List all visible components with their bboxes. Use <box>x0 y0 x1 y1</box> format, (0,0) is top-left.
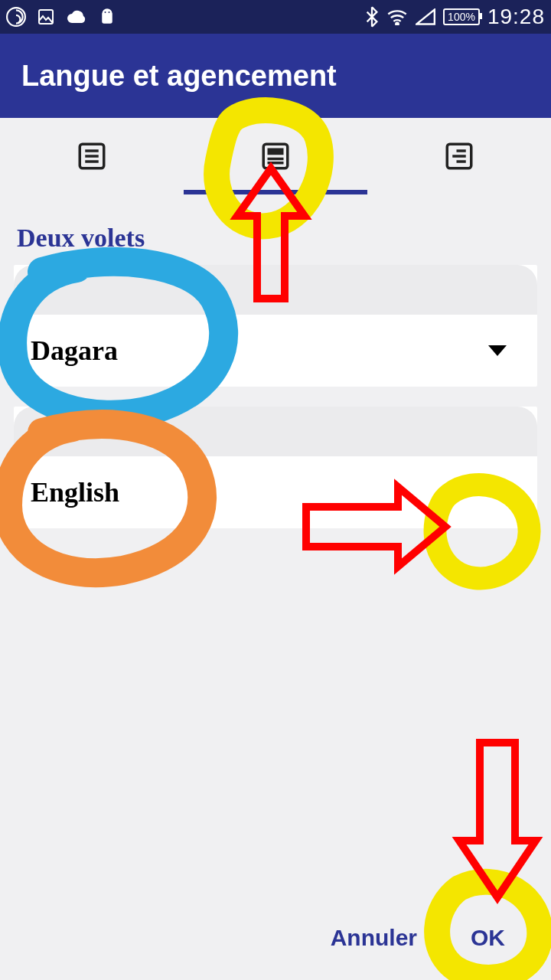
swirl-icon <box>6 7 26 27</box>
svg-rect-9 <box>263 144 288 168</box>
chevron-down-icon <box>488 487 507 498</box>
tab-indicator <box>184 190 367 194</box>
cloud-icon <box>66 9 87 24</box>
pane-2-block: 2 English <box>14 407 537 528</box>
signal-icon <box>416 8 435 25</box>
cancel-button[interactable]: Annuler <box>331 925 417 951</box>
svg-rect-10 <box>268 149 284 155</box>
svg-point-3 <box>109 11 110 13</box>
ok-button[interactable]: OK <box>471 925 505 951</box>
wifi-icon <box>386 8 408 25</box>
svg-point-2 <box>105 11 106 13</box>
pane-1-language-select[interactable]: Dagara <box>14 315 537 387</box>
tab-bar <box>0 118 551 194</box>
image-icon <box>37 8 55 26</box>
content-area: Deux volets 1 Dagara 2 English <box>0 194 551 564</box>
section-title: Deux volets <box>14 210 537 265</box>
status-bar: 100% 19:28 <box>0 0 551 34</box>
clock: 19:28 <box>487 5 545 29</box>
pane-2-language-select[interactable]: English <box>14 456 537 528</box>
verse-icon <box>443 140 475 172</box>
svg-point-4 <box>396 23 399 25</box>
two-panes-icon <box>259 140 292 172</box>
bluetooth-icon <box>365 6 379 28</box>
dialog-button-bar: Annuler OK <box>0 896 551 980</box>
pane-2-number: 2 <box>14 407 537 456</box>
tab-single-pane[interactable] <box>0 118 184 194</box>
page-title: Langue et agencement <box>21 60 337 93</box>
tab-verse-by-verse[interactable] <box>367 118 551 194</box>
android-icon <box>98 8 116 26</box>
pane-2-language-label: English <box>31 476 119 508</box>
app-bar: Langue et agencement <box>0 34 551 118</box>
battery-icon: 100% <box>443 8 480 25</box>
pane-1-language-label: Dagara <box>31 335 118 367</box>
pane-1-number: 1 <box>14 265 537 315</box>
pane-1-block: 1 Dagara <box>14 265 537 387</box>
tab-two-panes[interactable] <box>184 118 367 194</box>
chevron-down-icon <box>488 345 507 356</box>
single-pane-icon <box>76 140 108 172</box>
